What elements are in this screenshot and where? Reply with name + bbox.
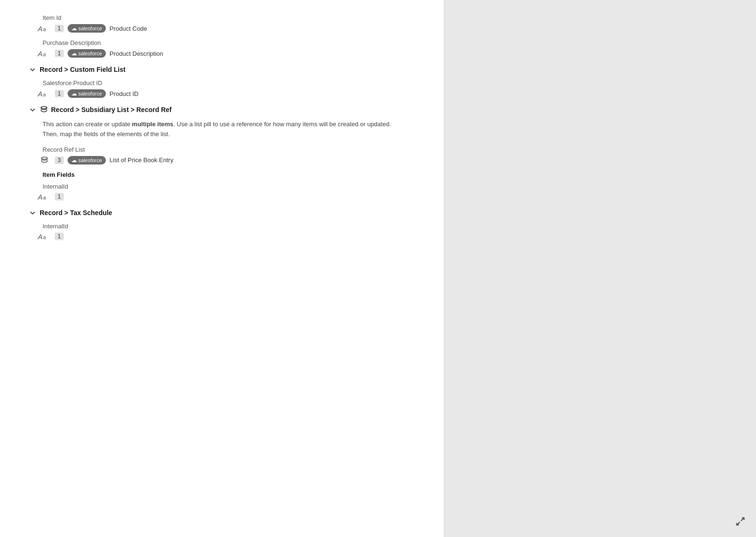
- svg-point-1: [42, 157, 48, 159]
- stack-icon-subsidiary: [40, 105, 48, 114]
- type-icon-aa-2: Aa: [38, 50, 51, 58]
- mapping-row-price-book: 3 salesforce List of Price Book Entry: [38, 156, 415, 165]
- mapping-row-product-id: Aa 1 salesforce Product ID: [38, 89, 415, 98]
- info-text-bold: multiple items: [132, 121, 173, 128]
- type-icon-aa-5: Aa: [38, 233, 51, 241]
- field-label-record-ref: Record Ref List: [43, 146, 415, 153]
- section-row-custom-field[interactable]: Record > Custom Field List: [28, 65, 415, 74]
- page-wrapper: Item Id Aa 1 salesforce Product Code Pur…: [0, 0, 756, 537]
- mapping-row-product-desc: Aa 1 salesforce Product Description: [38, 49, 415, 58]
- svg-point-0: [41, 106, 47, 109]
- content-area: Item Id Aa 1 salesforce Product Code Pur…: [0, 0, 444, 266]
- expand-icon[interactable]: [735, 516, 747, 528]
- mapping-text-product-desc: Product Description: [110, 50, 163, 57]
- info-text-1: This action can create or update: [43, 121, 132, 128]
- number-badge-6: 1: [55, 233, 64, 240]
- field-label-purchase-desc: Purchase Description: [43, 39, 415, 46]
- mapping-text-product-id: Product ID: [110, 90, 138, 97]
- field-label-internalid-1: InternalId: [43, 183, 415, 190]
- section-tax-schedule: Record > Tax Schedule InternalId Aa 1: [28, 208, 415, 241]
- right-panel: [444, 0, 756, 537]
- section-purchase-desc: Purchase Description Aa 1 salesforce Pro…: [28, 39, 415, 58]
- list-stack-icon: [38, 156, 51, 165]
- mapping-row-internalid-1: Aa 1: [38, 193, 415, 201]
- number-badge-3: 1: [55, 90, 64, 97]
- cloud-pill-salesforce-3: salesforce: [68, 89, 106, 98]
- mapping-row-product-code: Aa 1 salesforce Product Code: [38, 24, 415, 33]
- type-icon-aa-3: Aa: [38, 90, 51, 98]
- number-badge-4: 3: [55, 156, 64, 164]
- chevron-icon-custom: [28, 65, 37, 74]
- number-badge-5: 1: [55, 193, 64, 200]
- type-icon-aa: Aa: [38, 25, 51, 33]
- chevron-icon-tax: [28, 208, 37, 217]
- section-row-subsidiary[interactable]: Record > Subsidiary List > Record Ref: [28, 105, 415, 114]
- cloud-pill-salesforce: salesforce: [68, 24, 106, 33]
- section-item-id: Item Id Aa 1 salesforce Product Code: [28, 14, 415, 33]
- field-label-internalid-2: InternalId: [43, 223, 415, 230]
- number-badge-2: 1: [55, 50, 64, 57]
- mapping-text-product-code: Product Code: [110, 25, 147, 32]
- main-panel: Item Id Aa 1 salesforce Product Code Pur…: [0, 0, 444, 537]
- field-label-item-id: Item Id: [43, 14, 415, 21]
- section-title-subsidiary: Record > Subsidiary List > Record Ref: [51, 106, 172, 113]
- mapping-row-internalid-2: Aa 1: [38, 233, 415, 241]
- section-subsidiary: Record > Subsidiary List > Record Ref Th…: [28, 105, 415, 201]
- section-custom-field: Record > Custom Field List Salesforce Pr…: [28, 65, 415, 98]
- number-badge: 1: [55, 25, 64, 32]
- section-title-custom-field: Record > Custom Field List: [40, 66, 126, 73]
- info-block-subsidiary: This action can create or update multipl…: [43, 120, 402, 139]
- field-label-sf-product-id: Salesforce Product ID: [43, 79, 415, 87]
- mapping-text-price-book: List of Price Book Entry: [110, 156, 173, 164]
- cloud-pill-salesforce-4: salesforce: [68, 156, 106, 165]
- section-title-tax: Record > Tax Schedule: [40, 209, 112, 217]
- section-row-tax[interactable]: Record > Tax Schedule: [28, 208, 415, 217]
- chevron-icon-subsidiary: [28, 105, 37, 114]
- type-icon-aa-4: Aa: [38, 193, 51, 201]
- item-fields-label: Item Fields: [43, 171, 415, 178]
- cloud-pill-salesforce-2: salesforce: [68, 49, 106, 58]
